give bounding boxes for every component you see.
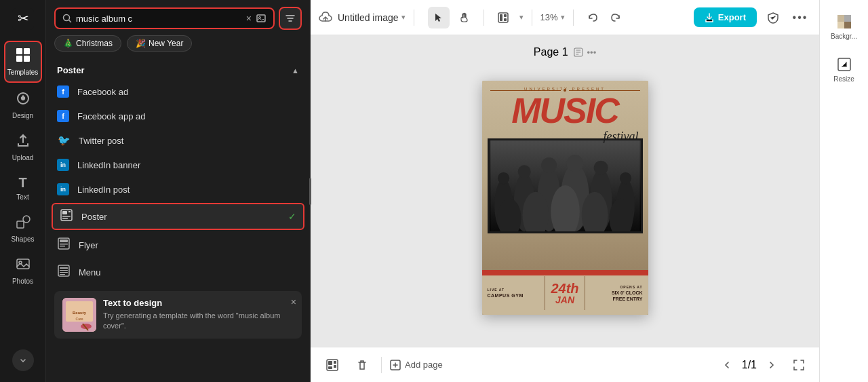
svg-rect-3 — [24, 48, 30, 54]
menu-item-facebook-app-ad[interactable]: f Facebook app ad — [46, 104, 310, 128]
svg-rect-17 — [68, 211, 71, 212]
document-title[interactable]: Untitled image ▾ — [338, 12, 406, 23]
svg-point-9 — [23, 216, 30, 223]
redo-icon — [610, 12, 621, 23]
image-search-icon[interactable] — [256, 13, 267, 24]
page-label: Page 1 ••• — [534, 46, 596, 58]
poster-red-stripe — [482, 270, 648, 275]
add-page-icon — [390, 360, 401, 370]
svg-rect-56 — [334, 365, 336, 368]
christmas-emoji: 🎄 — [63, 39, 73, 48]
poster-date: 24th JAN — [545, 279, 584, 307]
sidebar-item-design[interactable]: Design — [4, 85, 42, 125]
poster-time-text: SIX 0' CLOCK — [612, 290, 643, 295]
menu-item-flyer[interactable]: Flyer — [46, 231, 310, 259]
export-btn[interactable]: Export — [694, 7, 757, 27]
redo-btn[interactable] — [605, 7, 627, 28]
filter-btn[interactable] — [279, 7, 302, 30]
page-thumbnail-btn[interactable] — [321, 354, 343, 376]
svg-point-43 — [537, 166, 560, 231]
svg-rect-40 — [490, 140, 639, 231]
page-navigation: 1/1 — [717, 356, 781, 375]
poster-info-left: LIVE AT CAMPUS GYM — [482, 284, 545, 302]
search-input[interactable] — [76, 14, 242, 24]
more-options-btn[interactable]: ••• — [789, 7, 811, 28]
svg-text:Beauty: Beauty — [73, 311, 87, 315]
sidebar-item-photos[interactable]: Photos — [4, 251, 42, 290]
sidebar-item-text[interactable]: T Text — [4, 170, 42, 206]
text-label: Text — [16, 193, 28, 201]
linkedin-post-label: LinkedIn post — [77, 185, 299, 195]
bottom-divider — [381, 357, 382, 373]
topbar-divider-2 — [484, 9, 484, 26]
poster-section-header[interactable]: Poster ▲ — [46, 58, 310, 79]
chevron-left-icon — [723, 361, 731, 369]
next-page-btn[interactable] — [762, 356, 781, 375]
templates-label: Templates — [7, 69, 39, 76]
poster-label: Poster — [81, 212, 280, 222]
menu-item-poster[interactable]: Poster ✓ — [52, 203, 304, 230]
music-poster[interactable]: UNIVERSITY PRESENT MUSIC festival — [482, 81, 648, 315]
ttd-close-btn[interactable]: × — [291, 297, 296, 307]
svg-rect-38 — [504, 18, 507, 21]
svg-rect-4 — [16, 56, 22, 62]
background-icon — [836, 14, 852, 30]
thumbnail-icon — [326, 359, 338, 371]
menu-item-twitter-post[interactable]: 🐦 Twitter post — [46, 128, 310, 153]
undo-btn[interactable] — [582, 7, 604, 28]
sidebar-item-shapes[interactable]: Shapes — [4, 209, 42, 248]
svg-rect-55 — [334, 361, 336, 364]
christmas-label: Christmas — [76, 39, 113, 48]
zoom-control[interactable]: 13% ▾ — [540, 12, 565, 22]
page-settings-icon[interactable] — [574, 47, 583, 57]
design-icon — [16, 91, 31, 109]
tag-christmas[interactable]: 🎄 Christmas — [54, 35, 121, 52]
add-page-btn[interactable]: Add page — [390, 360, 443, 370]
newyear-emoji: 🎉 — [136, 39, 146, 48]
layout-btn[interactable] — [492, 7, 514, 28]
tag-newyear[interactable]: 🎉 New Year — [127, 35, 192, 52]
svg-point-7 — [21, 96, 25, 100]
menu-item-menu[interactable]: Menu — [46, 259, 310, 286]
app-logo[interactable]: ✂ — [9, 5, 37, 33]
band-silhouette — [490, 140, 641, 231]
upload-label: Upload — [12, 154, 34, 161]
trash-icon — [357, 360, 368, 370]
prev-page-btn[interactable] — [717, 356, 736, 375]
sidebar-item-upload[interactable]: Upload — [4, 128, 42, 167]
menu-item-linkedin-post[interactable]: in LinkedIn post — [46, 177, 310, 202]
clear-search-icon[interactable]: × — [246, 13, 252, 24]
menu-item-facebook-ad[interactable]: f Facebook ad — [46, 79, 310, 104]
sidebar-expand-btn[interactable] — [12, 349, 34, 371]
layout-chevron-icon[interactable]: ▾ — [519, 13, 524, 22]
tags-row: 🎄 Christmas 🎉 New Year — [46, 35, 310, 58]
ellipsis-icon: ••• — [793, 12, 808, 24]
hand-tool-btn[interactable] — [454, 7, 475, 28]
search-box[interactable]: × — [54, 7, 275, 29]
right-panel-resize[interactable]: Resize — [825, 51, 863, 88]
sidebar-item-templates[interactable]: Templates — [4, 41, 42, 83]
fullscreen-btn[interactable] — [789, 356, 808, 375]
poster-date-month: JAN — [555, 295, 574, 305]
svg-rect-18 — [62, 216, 71, 217]
menu-item-label: Menu — [79, 267, 299, 278]
select-tool-btn[interactable] — [428, 7, 450, 28]
poster-icon — [60, 209, 73, 224]
right-panel-background[interactable]: Backgr... — [825, 8, 863, 45]
page-more-icon[interactable]: ••• — [587, 47, 597, 58]
svg-rect-16 — [62, 211, 67, 214]
search-area: × — [46, 0, 310, 35]
poster-info-right: OPENS AT SIX 0' CLOCK FREE ENTRY — [585, 281, 648, 305]
menu-item-linkedin-banner[interactable]: in LinkedIn banner — [46, 153, 310, 177]
svg-rect-60 — [837, 15, 844, 22]
twitter-post-label: Twitter post — [79, 136, 299, 146]
svg-point-52 — [619, 172, 631, 184]
shield-btn[interactable] — [762, 7, 784, 28]
delete-page-btn[interactable] — [351, 354, 373, 376]
section-chevron[interactable]: ▲ — [292, 66, 299, 75]
shield-icon — [767, 12, 779, 24]
panel-resize-handle[interactable] — [307, 0, 313, 382]
topbar-divider-3 — [532, 9, 532, 26]
topbar: Untitled image ▾ — [311, 0, 819, 35]
svg-rect-28 — [60, 274, 65, 275]
